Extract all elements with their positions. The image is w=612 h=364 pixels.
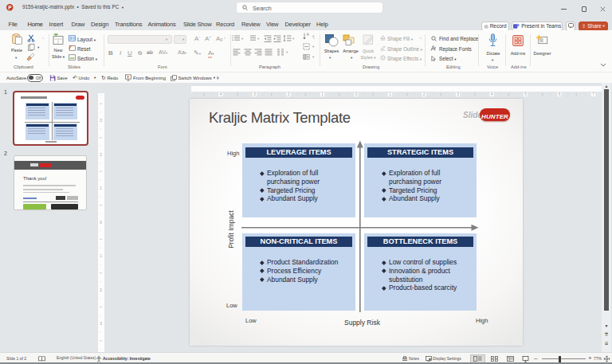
svg-text:3: 3 (457, 92, 459, 96)
svg-text:2: 2 (288, 92, 290, 96)
svg-text:1: 1 (100, 254, 102, 258)
svg-text:3: 3 (100, 322, 102, 326)
svg-text:4: 4 (220, 92, 222, 96)
svg-text:3: 3 (253, 92, 256, 96)
svg-text:1: 1 (389, 92, 391, 96)
svg-text:1: 1 (321, 92, 324, 96)
svg-text:A: A (307, 33, 310, 37)
svg-text:7: 7 (592, 92, 594, 96)
svg-text:2: 2 (100, 288, 102, 292)
svg-text:3: 3 (100, 119, 102, 123)
svg-text:0: 0 (355, 92, 358, 96)
svg-text:0: 0 (100, 221, 102, 225)
svg-text:4: 4 (491, 92, 493, 96)
svg-text:2: 2 (100, 153, 102, 157)
svg-text:6: 6 (559, 92, 561, 96)
svg-text:5: 5 (524, 92, 527, 96)
svg-text:1: 1 (100, 186, 102, 190)
svg-text:2: 2 (423, 92, 426, 96)
